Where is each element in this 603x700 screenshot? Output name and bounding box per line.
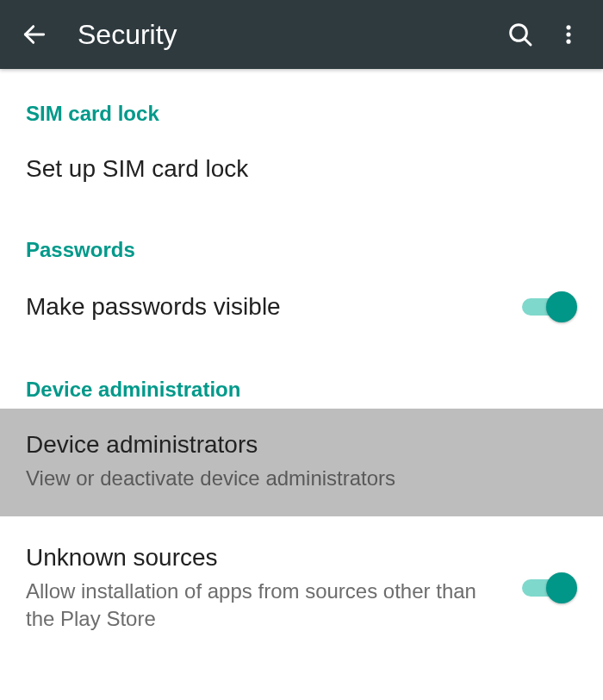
device-administrators-title: Device administrators: [26, 429, 577, 460]
device-administrators-item[interactable]: Device administrators View or deactivate…: [0, 409, 603, 516]
toggle-thumb: [546, 572, 577, 603]
svg-line-2: [525, 39, 531, 45]
arrow-back-icon: [21, 21, 48, 48]
section-header-passwords: Passwords: [0, 209, 603, 269]
unknown-sources-subtitle: Allow installation of apps from sources …: [26, 578, 491, 634]
back-button[interactable]: [10, 10, 59, 59]
unknown-sources-item[interactable]: Unknown sources Allow installation of ap…: [0, 516, 603, 657]
svg-point-4: [566, 32, 570, 36]
toggle-thumb: [546, 291, 577, 322]
search-button[interactable]: [496, 10, 544, 59]
section-header-sim-lock: SIM card lock: [0, 72, 603, 133]
more-vert-icon: [556, 22, 581, 47]
make-passwords-visible-toggle[interactable]: [520, 290, 577, 324]
make-passwords-visible-item[interactable]: Make passwords visible: [0, 269, 603, 348]
unknown-sources-title: Unknown sources: [26, 542, 520, 573]
device-administrators-subtitle: View or deactivate device administrators: [26, 465, 491, 492]
overflow-menu-button[interactable]: [544, 10, 593, 59]
search-icon: [507, 21, 534, 48]
setup-sim-card-lock-title: Set up SIM card lock: [26, 153, 577, 184]
make-passwords-visible-title: Make passwords visible: [26, 291, 520, 322]
app-bar: Security: [0, 0, 603, 69]
unknown-sources-toggle[interactable]: [520, 571, 577, 605]
settings-content: SIM card lock Set up SIM card lock Passw…: [0, 69, 603, 657]
setup-sim-card-lock-item[interactable]: Set up SIM card lock: [0, 133, 603, 209]
section-header-device-admin: Device administration: [0, 348, 603, 409]
svg-point-3: [566, 25, 570, 29]
page-title: Security: [59, 19, 496, 51]
svg-point-5: [566, 40, 570, 44]
